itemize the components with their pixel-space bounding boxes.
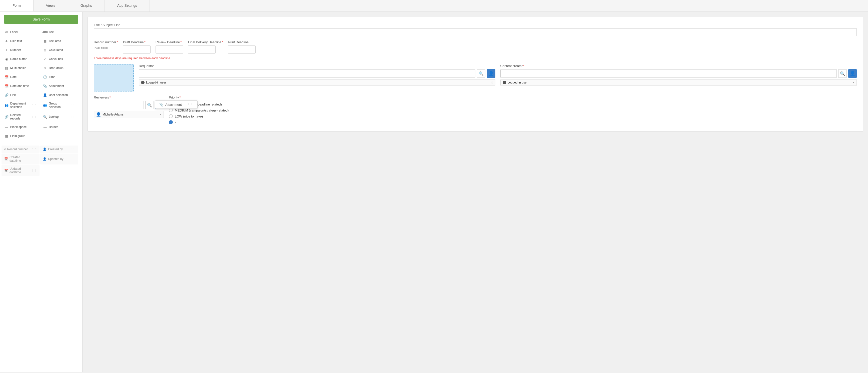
reviewers-search-button[interactable]: 🔍 <box>145 101 154 109</box>
drop-zone[interactable] <box>94 64 134 92</box>
tab-graphs[interactable]: Graphs <box>68 0 105 11</box>
reviewers-avatar-button[interactable]: 👤 <box>155 101 164 109</box>
content-creator-field: Content creator* 🔍 👤 Logged-in user × <box>500 64 857 86</box>
reviewers-search-row: 🔍 👤 <box>94 101 164 109</box>
tab-views[interactable]: Views <box>33 0 68 11</box>
sidebar-item-updated-by[interactable]: 👤 Updated by ⋮⋮ <box>40 154 78 164</box>
draft-deadline-label: Draft Deadline* <box>123 40 151 44</box>
title-input[interactable] <box>94 28 857 36</box>
sidebar-item-multi-choice[interactable]: ▤ Multi-choice ⋮⋮ <box>1 64 39 72</box>
print-deadline-label: Print Deadline <box>228 40 255 44</box>
sidebar-item-time[interactable]: 🕐 Time ⋮⋮ <box>40 73 78 81</box>
tab-app-settings[interactable]: App Settings <box>105 0 150 11</box>
priority-label-medium: MEDIUM (campaign/strategy-related) <box>175 108 228 112</box>
sidebar-item-date-and-time[interactable]: 📅 Date and time ⋮⋮ <box>1 82 39 90</box>
sidebar-item-group-selection[interactable]: 👥 Group selection ⋮⋮ <box>40 100 78 111</box>
created-by-icon: 👤 <box>43 148 46 151</box>
content-creator-remove-button[interactable]: × <box>852 81 855 85</box>
reviewer-remove-button[interactable]: × <box>159 113 161 117</box>
border-icon: — <box>43 125 47 129</box>
requestor-user-name: Logged-in user <box>146 81 166 84</box>
sidebar-item-link[interactable]: 🔗 Link ⋮⋮ <box>1 91 39 99</box>
main-layout: Save Form 🏷 Label ⋮⋮ ABC Text ⋮⋮ A Rich … <box>0 12 868 372</box>
sidebar-item-check-box[interactable]: ☑ Check box ⋮⋮ <box>40 55 78 63</box>
sidebar-item-date[interactable]: 📅 Date ⋮⋮ <box>1 73 39 81</box>
final-delivery-field: Final Delivery Deadline* <box>188 40 223 54</box>
user-selection-icon: 👤 <box>43 93 47 97</box>
requestor-user-dot <box>141 81 145 84</box>
reviewer-person-icon: 👤 <box>96 112 101 117</box>
sidebar-item-updated-datetime[interactable]: 📅 Updated datetime ⋮⋮ <box>1 165 39 176</box>
sidebar-item-related-records[interactable]: 🔗 Related records ⋮⋮ <box>1 111 39 122</box>
final-delivery-input[interactable] <box>188 45 216 54</box>
print-deadline-field: Print Deadline <box>228 40 255 54</box>
sidebar-item-field-group[interactable]: ▦ Field group ⋮⋮ <box>1 132 39 140</box>
lookup-icon: 🔍 <box>43 115 47 119</box>
priority-label-dash: - <box>175 121 176 124</box>
requestor-label: Requestor <box>139 64 495 68</box>
drag-handle: ⋮⋮ <box>31 58 37 61</box>
sidebar-item-blank-space[interactable]: — Blank space ⋮⋮ <box>1 123 39 131</box>
content-creator-user-tag: Logged-in user × <box>500 79 857 86</box>
drag-handle: ⋮⋮ <box>70 85 75 88</box>
requestor-search-input[interactable] <box>139 69 475 78</box>
sidebar-item-label[interactable]: 🏷 Label ⋮⋮ <box>1 28 39 36</box>
record-number-field: Record number* (Auto filled) <box>94 40 118 49</box>
sidebar-item-department-selection[interactable]: 👥 Department selection ⋮⋮ <box>1 100 39 111</box>
priority-radio-medium <box>169 108 173 112</box>
content-creator-user-name: Logged-in user <box>508 81 528 84</box>
sidebar-item-attachment[interactable]: 📎 Attachment ⋮⋮ <box>40 82 78 90</box>
drag-handle: ⋮⋮ <box>70 157 75 161</box>
drag-handle: ⋮⋮ <box>31 31 37 34</box>
content-creator-avatar-button[interactable]: 👤 <box>848 69 857 78</box>
priority-option-dash[interactable]: - <box>169 119 857 125</box>
sidebar-item-calculated[interactable]: ⊞ Calculated ⋮⋮ <box>40 46 78 54</box>
sidebar-item-radio-button[interactable]: ◉ Radio button ⋮⋮ <box>1 55 39 63</box>
save-form-button[interactable]: Save Form <box>4 15 78 24</box>
print-deadline-input[interactable] <box>228 45 255 54</box>
date-time-icon: 📅 <box>4 84 9 88</box>
sidebar-item-text[interactable]: ABC Text ⋮⋮ <box>40 28 78 36</box>
sidebar-item-created-datetime[interactable]: 📅 Created datetime ⋮⋮ <box>1 154 39 164</box>
sidebar: Save Form 🏷 Label ⋮⋮ ABC Text ⋮⋮ A Rich … <box>0 12 83 372</box>
sidebar-item-user-selection[interactable]: 👤 User selection ⋮⋮ <box>40 91 78 99</box>
form-panel: Title / Subject Line Record number* (Aut… <box>88 17 863 131</box>
review-deadline-input[interactable] <box>156 45 183 54</box>
attachment-icon: 📎 <box>43 84 47 88</box>
text-icon: ABC <box>43 30 47 34</box>
content-creator-search-input[interactable] <box>500 69 837 78</box>
sidebar-items-section: 🏷 Label ⋮⋮ ABC Text ⋮⋮ A Rich text ⋮⋮ ▦ … <box>0 28 82 140</box>
sidebar-item-border[interactable]: — Border ⋮⋮ <box>40 123 78 131</box>
number-icon: # <box>4 48 9 52</box>
check-box-icon: ☑ <box>43 57 47 61</box>
sidebar-item-rich-text[interactable]: A Rich text ⋮⋮ <box>1 37 39 45</box>
priority-option-low[interactable]: LOW (nice to have) <box>169 113 857 119</box>
requestor-search-button[interactable]: 🔍 <box>477 69 486 78</box>
tab-form[interactable]: Form <box>0 0 33 11</box>
reviewers-search-input[interactable] <box>94 101 144 109</box>
sidebar-item-number[interactable]: # Number ⋮⋮ <box>1 46 39 54</box>
deadlines-row: Record number* (Auto filled) Draft Deadl… <box>94 40 857 54</box>
requestor-avatar-button[interactable]: 👤 <box>487 69 495 78</box>
sidebar-item-drop-down[interactable]: ▾ Drop-down ⋮⋮ <box>40 64 78 72</box>
requestor-remove-button[interactable]: × <box>491 81 493 85</box>
drag-handle: ⋮⋮ <box>31 115 37 119</box>
priority-option-medium[interactable]: MEDIUM (campaign/strategy-related) <box>169 107 857 113</box>
sidebar-item-created-by[interactable]: 👤 Created by ⋮⋮ <box>40 146 78 153</box>
drag-handle: ⋮⋮ <box>31 134 37 138</box>
draft-deadline-input[interactable] <box>123 45 151 54</box>
warning-text: Three business days are required between… <box>94 57 857 60</box>
sidebar-item-record-number[interactable]: # Record number ⋮⋮ <box>1 146 39 153</box>
content-creator-search-button[interactable]: 🔍 <box>838 69 847 78</box>
group-selection-icon: 👥 <box>43 103 47 107</box>
sidebar-item-text-area[interactable]: ▦ Text area ⋮⋮ <box>40 37 78 45</box>
requestor-field: Requestor 🔍 👤 Logged-in user × <box>139 64 495 86</box>
sidebar-item-lookup[interactable]: 🔍 Lookup ⋮⋮ <box>40 111 78 122</box>
drag-handle: ⋮⋮ <box>31 148 37 151</box>
priority-option-high[interactable]: HIGH (event or deadline related) <box>169 101 857 107</box>
drag-handle: ⋮⋮ <box>31 157 37 161</box>
drag-handle: ⋮⋮ <box>70 75 75 79</box>
requestor-content-row: Requestor 🔍 👤 Logged-in user × <box>94 64 857 92</box>
priority-label: Priority* <box>169 95 857 99</box>
final-delivery-label: Final Delivery Deadline* <box>188 40 223 44</box>
